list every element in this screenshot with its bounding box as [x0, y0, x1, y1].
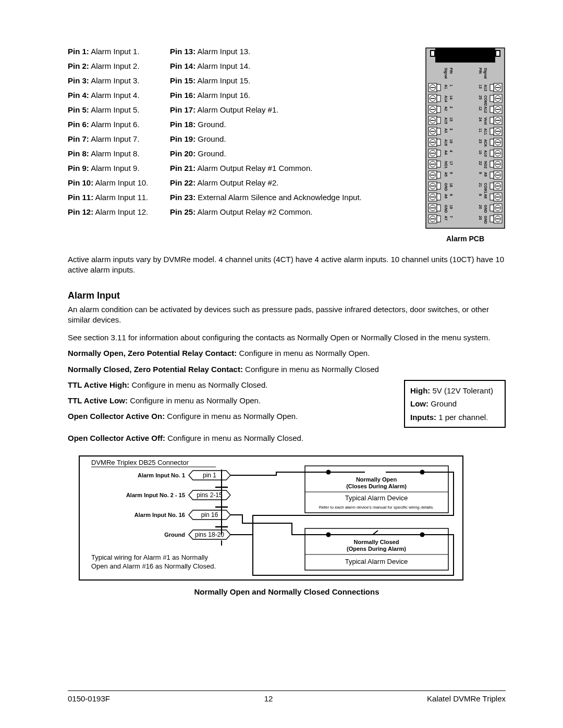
svg-text:A4: A4 — [444, 150, 448, 155]
svg-text:GND: GND — [444, 183, 448, 191]
svg-text:NO2: NO2 — [484, 161, 487, 169]
svg-rect-93 — [490, 194, 494, 200]
pin-desc: Alarm Output Relay #1. — [195, 105, 278, 114]
svg-rect-85 — [490, 183, 494, 189]
pin-desc: Alarm Input 2. — [89, 61, 140, 70]
svg-text:A1: A1 — [444, 84, 448, 89]
svg-text:Normally Open: Normally Open — [356, 476, 397, 483]
pin-desc: Ground. — [195, 134, 226, 143]
pin-row: Pin 20: Ground. — [170, 149, 414, 158]
svg-rect-45 — [490, 128, 494, 134]
wiring-diagram-svg: DVMRe Triplex DB25 Connector Alarm Input… — [68, 455, 464, 581]
pin-row: Pin 2: Alarm Input 2. — [68, 61, 161, 70]
svg-text:A14: A14 — [444, 95, 448, 102]
svg-text:pins 18-20: pins 18-20 — [195, 531, 224, 538]
svg-text:1: 1 — [449, 84, 453, 87]
svg-text:22: 22 — [479, 161, 482, 165]
svg-rect-0 — [426, 48, 505, 228]
footer-doc-number: 0150-0193F — [68, 694, 110, 703]
pin-row: Pin 6: Alarm Input 6. — [68, 120, 161, 129]
svg-text:17: 17 — [449, 161, 453, 165]
pin-label: Pin 18: — [170, 120, 195, 129]
svg-text:14: 14 — [449, 95, 453, 100]
svg-text:Open and Alarm #16 as Normally: Open and Alarm #16 as Normally Closed. — [91, 562, 216, 570]
pin-label: Pin 6: — [68, 120, 89, 129]
svg-rect-49 — [437, 139, 440, 145]
svg-rect-1 — [435, 48, 495, 63]
pin-label: Pin 9: — [68, 164, 89, 172]
pin-column-1: Pin 1: Alarm Input 1.Pin 2: Alarm Input … — [68, 47, 161, 243]
svg-text:8: 8 — [479, 194, 482, 196]
active-alarm-paragraph: Active alarm inputs vary by DVMRe model.… — [68, 254, 506, 276]
alarm-input-para-1: An alarm condition can be activated by d… — [68, 304, 506, 326]
svg-rect-21 — [490, 95, 494, 102]
pin-row: Pin 15: Alarm Input 15. — [170, 76, 414, 85]
page: Pin 1: Alarm Input 1.Pin 2: Alarm Input … — [0, 0, 563, 728]
alarm-input-heading: Alarm Input — [68, 290, 506, 301]
pin-row: Pin 13: Alarm Input 13. — [170, 47, 414, 56]
pin-row: Pin 25: Alarm Output Relay #2 Common. — [170, 207, 414, 216]
pin-label: Pin 21: — [170, 164, 195, 172]
pin-label: Pin 10: — [68, 178, 93, 187]
pin-row: Pin 18: Ground. — [170, 120, 414, 129]
pin-desc: Alarm Input 10. — [93, 178, 148, 187]
svg-rect-37 — [490, 117, 494, 124]
svg-rect-29 — [490, 106, 494, 113]
svg-text:A16: A16 — [444, 139, 448, 146]
svg-rect-89 — [437, 194, 440, 200]
svg-text:A11: A11 — [484, 128, 487, 135]
alarm-input-para-2: See section 3.11 for information about c… — [68, 332, 506, 343]
svg-line-205 — [373, 530, 378, 535]
svg-text:13: 13 — [479, 84, 482, 89]
svg-text:Signal: Signal — [483, 68, 487, 79]
pin-desc: Alarm Output Relay #2 Common. — [195, 207, 312, 216]
pin-row: Pin 4: Alarm Input 4. — [68, 91, 161, 100]
svg-text:7: 7 — [449, 216, 453, 218]
spec-label: Low: — [410, 399, 429, 408]
svg-rect-105 — [437, 216, 440, 222]
svg-rect-77 — [490, 172, 494, 178]
config-text: Configure in menu as Normally Closed — [243, 365, 379, 374]
pin-label: Pin 2: — [68, 61, 89, 70]
spec-label: Inputs: — [410, 413, 436, 422]
pin-desc: External Alarm Silence and Acknowledge I… — [195, 193, 362, 202]
svg-text:2: 2 — [449, 106, 453, 108]
pin-label: Pin 19: — [170, 134, 195, 143]
ttl-text: Configure in menu as Normally Closed. — [129, 380, 267, 389]
pin-desc: Alarm Input 15. — [195, 76, 250, 85]
svg-text:PIN: PIN — [479, 68, 482, 74]
pin-row: Pin 23: External Alarm Silence and Ackno… — [170, 193, 414, 202]
pin-label: Pin 3: — [68, 76, 89, 85]
pin-desc: Alarm Input 5. — [89, 105, 140, 114]
svg-text:Typical Alarm Device: Typical Alarm Device — [345, 494, 408, 502]
svg-text:19: 19 — [449, 205, 453, 209]
pin-desc: Alarm Input 13. — [195, 47, 250, 56]
pin-column-2: Pin 13: Alarm Input 13.Pin 14: Alarm Inp… — [170, 47, 414, 243]
pin-label: Pin 15: — [170, 76, 195, 85]
ttl-text: Configure in menu as Normally Open. — [128, 396, 261, 405]
svg-text:Signal: Signal — [444, 68, 448, 79]
svg-rect-9 — [437, 84, 440, 91]
svg-rect-101 — [490, 205, 494, 211]
ttl-text: Configure in menu as Normally Open. — [165, 412, 298, 421]
svg-text:A12: A12 — [484, 106, 487, 113]
pin-row: Pin 21: Alarm Output Relay #1 Common. — [170, 164, 414, 172]
ttl-lines: TTL Active High: Configure in menu as No… — [68, 380, 388, 422]
open-collector-off-line: Open Collector Active Off: Configure in … — [68, 433, 506, 443]
svg-text:6: 6 — [449, 194, 453, 196]
diagram-caption: Normally Open and Normally Closed Connec… — [68, 587, 506, 596]
svg-text:3: 3 — [449, 128, 453, 130]
pin-label: Pin 1: — [68, 47, 89, 56]
svg-text:A5: A5 — [444, 172, 448, 177]
alarm-pcb-icon: SignalPINPINSignal A1113A13A141425COM2A2… — [425, 47, 506, 229]
svg-rect-97 — [437, 205, 440, 211]
svg-text:A9: A9 — [484, 172, 487, 177]
ttl-label: TTL Active High: — [68, 380, 129, 389]
svg-rect-65 — [437, 161, 440, 167]
svg-rect-5 — [496, 51, 499, 56]
svg-rect-69 — [490, 161, 494, 167]
svg-text:16: 16 — [449, 139, 453, 143]
svg-rect-4 — [431, 51, 434, 56]
svg-text:pin 16: pin 16 — [201, 511, 218, 519]
svg-text:GND: GND — [484, 205, 487, 213]
